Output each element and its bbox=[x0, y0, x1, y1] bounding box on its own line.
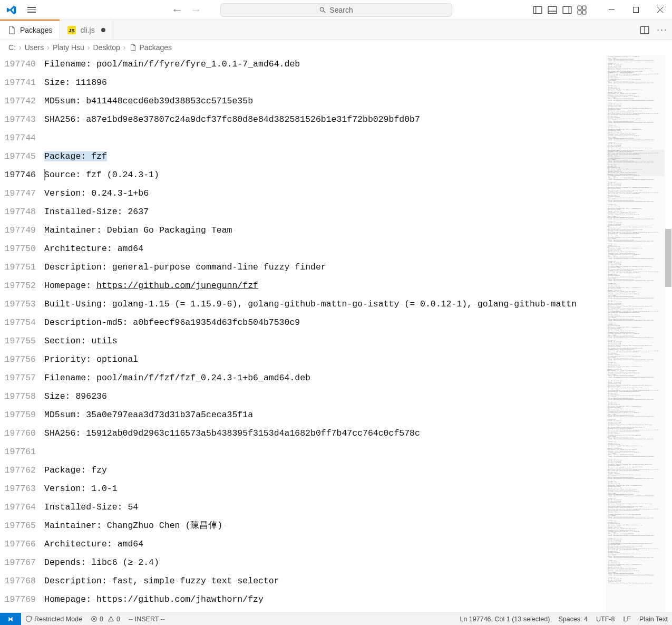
file-icon bbox=[129, 44, 137, 51]
customize-layout-icon[interactable] bbox=[577, 5, 587, 15]
dirty-indicator bbox=[101, 28, 105, 32]
encoding[interactable]: UTF-8 bbox=[592, 613, 619, 625]
breadcrumb-separator: › bbox=[47, 43, 50, 52]
svg-rect-4 bbox=[548, 6, 557, 14]
code-line[interactable]: Section:·utils bbox=[44, 332, 607, 350]
code-line[interactable]: Priority:·optional bbox=[44, 350, 607, 369]
error-icon bbox=[91, 616, 98, 622]
toggle-panel-icon[interactable] bbox=[548, 5, 557, 15]
minimap-viewport[interactable] bbox=[607, 150, 665, 176]
remote-button[interactable] bbox=[0, 613, 21, 625]
code-line[interactable]: Size:·896236 bbox=[44, 387, 607, 406]
svg-line-1 bbox=[324, 11, 326, 13]
code-line[interactable]: Description:·general-purpose·command-lin… bbox=[44, 258, 607, 276]
svg-point-0 bbox=[320, 7, 324, 11]
problems-button[interactable]: 0 0 bbox=[86, 613, 124, 625]
editor[interactable]: 1977401977411977421977431977441977451977… bbox=[0, 55, 607, 612]
code-line[interactable]: Source:·fzf·(0.24.3-1) bbox=[44, 166, 607, 184]
search-icon bbox=[319, 6, 326, 14]
code-line[interactable]: Package:·fzy bbox=[44, 461, 607, 479]
restricted-mode[interactable]: Restricted Mode bbox=[21, 613, 86, 625]
scrollbar-thumb[interactable] bbox=[665, 229, 671, 287]
breadcrumb-segment[interactable]: Packages bbox=[140, 43, 172, 52]
svg-rect-8 bbox=[578, 6, 581, 9]
code-line[interactable]: SHA256:·a87e1bd9e8e37807c24a9dcf37fc80d8… bbox=[44, 110, 607, 129]
code-line[interactable]: Package:·fzf bbox=[44, 147, 607, 166]
code-line[interactable]: Built-Using:·golang-1.15·(=·1.15.9-6),·g… bbox=[44, 295, 607, 313]
code-line[interactable]: Version:·1.0-1 bbox=[44, 479, 607, 498]
line-numbers: 1977401977411977421977431977441977451977… bbox=[0, 55, 44, 612]
warning-icon bbox=[108, 616, 114, 622]
svg-rect-11 bbox=[582, 11, 586, 14]
code-line[interactable]: Homepage:·https://github.com/jhawthorn/f… bbox=[44, 590, 607, 609]
breadcrumb-segment[interactable]: Desktop bbox=[93, 43, 120, 52]
status-bar: Restricted Mode 0 0 -- INSERT -- Ln 1977… bbox=[0, 612, 672, 625]
restricted-label: Restricted Mode bbox=[34, 616, 82, 623]
code-line[interactable]: Architecture:·amd64 bbox=[44, 239, 607, 258]
language-mode[interactable]: Plain Text bbox=[635, 613, 672, 625]
code-line[interactable]: Size:·111896 bbox=[44, 73, 607, 92]
minimize-button[interactable] bbox=[599, 0, 624, 20]
minimap[interactable]: Filename: pool/main/f/fyre/fyre_1.0.1-7_… bbox=[607, 55, 665, 612]
tab-label: Packages bbox=[20, 26, 52, 34]
code-line[interactable]: Filename:·pool/main/f/fzf/fzf_0.24.3-1+b… bbox=[44, 369, 607, 387]
code-line[interactable]: Description-md5:·a0bfeecf96a19354d63fcb5… bbox=[44, 313, 607, 332]
code-line[interactable]: Homepage:·https://github.com/junegunn/fz… bbox=[44, 276, 607, 295]
svg-rect-13 bbox=[633, 7, 638, 13]
more-actions-button[interactable]: ··· bbox=[657, 24, 668, 35]
tab-label: cli.js bbox=[80, 26, 94, 34]
maximize-button[interactable] bbox=[624, 0, 648, 20]
tab-bar: PackagesJScli.js ··· bbox=[0, 20, 672, 40]
indentation[interactable]: Spaces: 4 bbox=[554, 613, 592, 625]
code-line[interactable]: Maintainer:·ChangZhuo·Chen·(陳昌倬)· bbox=[44, 516, 607, 535]
breadcrumb-segment[interactable]: Platy Hsu bbox=[53, 43, 84, 52]
search-placeholder: Search bbox=[329, 6, 353, 14]
vim-mode: -- INSERT -- bbox=[124, 613, 169, 625]
toggle-sidebar-right-icon[interactable] bbox=[562, 5, 572, 15]
cursor-position[interactable]: Ln 197746, Col 1 (13 selected) bbox=[455, 613, 554, 625]
code-line[interactable]: Maintainer:·Debian·Go·Packaging·Team· bbox=[44, 221, 607, 239]
code-line[interactable]: MD5sum:·35a0e797eaa3d73d31b37a5ceca35f1a bbox=[44, 406, 607, 424]
tab-packages[interactable]: Packages bbox=[0, 20, 60, 40]
close-button[interactable] bbox=[648, 0, 672, 20]
breadcrumb-separator: › bbox=[87, 43, 90, 52]
shield-icon bbox=[25, 616, 32, 622]
svg-rect-10 bbox=[578, 11, 581, 14]
scrollbar[interactable] bbox=[665, 55, 672, 612]
error-count: 0 bbox=[100, 616, 103, 623]
nav-back-button[interactable]: ← bbox=[171, 3, 183, 17]
breadcrumb-segment[interactable]: Users bbox=[25, 43, 44, 52]
breadcrumb-separator: › bbox=[19, 43, 22, 52]
code-line[interactable]: Description:·fast,·simple·fuzzy·text·sel… bbox=[44, 572, 607, 590]
code-line[interactable] bbox=[44, 129, 607, 147]
svg-rect-2 bbox=[533, 6, 542, 14]
svg-text:JS: JS bbox=[69, 28, 75, 33]
code-line[interactable] bbox=[44, 443, 607, 461]
file-icon bbox=[7, 26, 16, 34]
search-input[interactable]: Search bbox=[220, 3, 452, 17]
breadcrumb[interactable]: C:›Users›Platy Hsu›Desktop›Packages bbox=[0, 40, 672, 55]
eol[interactable]: LF bbox=[619, 613, 635, 625]
code-line[interactable]: Filename:·pool/main/f/fyre/fyre_1.0.1-7_… bbox=[44, 55, 607, 73]
nav-forward-button[interactable]: → bbox=[190, 3, 202, 17]
split-editor-icon[interactable] bbox=[640, 25, 649, 35]
code-line[interactable]: Architecture:·amd64 bbox=[44, 535, 607, 553]
code-line[interactable]: Installed-Size:·2637 bbox=[44, 203, 607, 221]
code-line[interactable]: SHA256:·15912ab0d9d2963c116573a5b438395f… bbox=[44, 424, 607, 443]
toggle-sidebar-left-icon[interactable] bbox=[533, 5, 542, 15]
url-link[interactable]: https://github.com/junegunn/fzf bbox=[96, 281, 258, 291]
menu-button[interactable] bbox=[27, 7, 36, 13]
editor-content[interactable]: Filename:·pool/main/f/fyre/fyre_1.0.1-7_… bbox=[44, 55, 607, 612]
svg-rect-9 bbox=[582, 6, 586, 9]
svg-point-24 bbox=[111, 620, 111, 620]
code-line[interactable]: Depends:·libc6·(≥·2.4) bbox=[44, 553, 607, 572]
code-line[interactable]: MD5sum:·b411448cecd6eb39d38853cc5715e35b bbox=[44, 92, 607, 110]
tab-cli-js[interactable]: JScli.js bbox=[60, 20, 113, 40]
breadcrumb-segment[interactable]: C: bbox=[8, 43, 16, 52]
code-line[interactable]: Installed-Size:·54 bbox=[44, 498, 607, 516]
code-line[interactable]: Version:·0.24.3-1+b6 bbox=[44, 184, 607, 203]
svg-rect-6 bbox=[563, 6, 571, 14]
vscode-logo-icon bbox=[6, 5, 17, 15]
titlebar: ← → Search bbox=[0, 0, 672, 20]
js-file-icon: JS bbox=[67, 26, 76, 34]
